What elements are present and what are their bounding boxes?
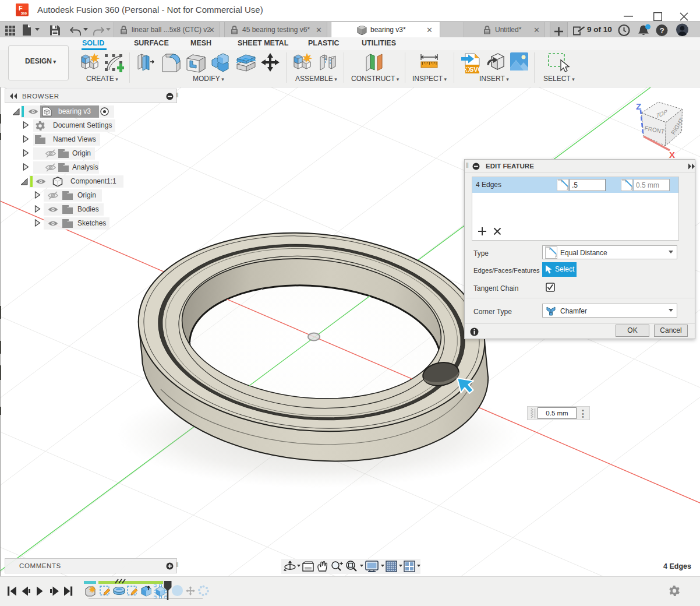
svg-text:Z: Z bbox=[636, 101, 641, 111]
svg-text:F: F bbox=[19, 5, 23, 12]
svg-text:?: ? bbox=[660, 26, 664, 35]
svg-text:SVG: SVG bbox=[469, 66, 480, 73]
svg-text:360: 360 bbox=[21, 12, 27, 15]
svg-text:X: X bbox=[669, 150, 675, 160]
